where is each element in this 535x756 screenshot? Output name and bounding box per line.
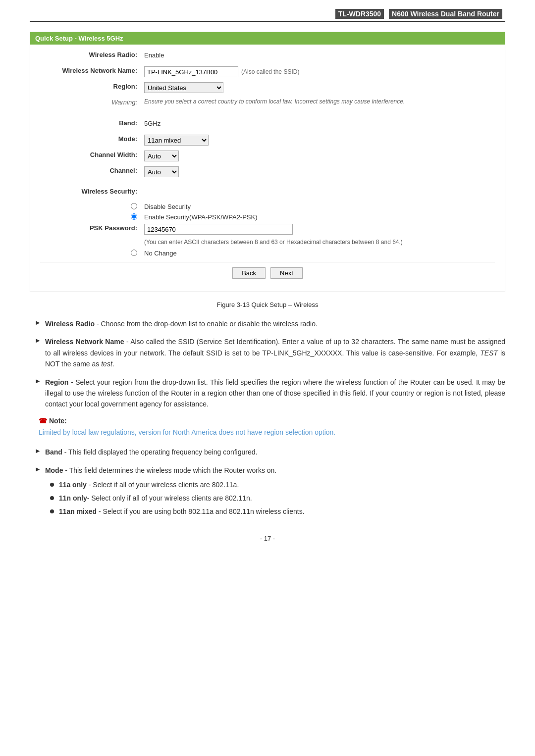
psk-password-label: PSK Password:	[40, 223, 144, 232]
bullet-arrow-5: ►	[35, 465, 41, 473]
wireless-radio-value: Enable	[144, 50, 495, 59]
wireless-radio-label: Wireless Radio:	[40, 50, 144, 58]
psk-password-controls: (You can enter ASCII characters between …	[144, 223, 495, 246]
model-subtitle: N600 Wireless Dual Band Router	[389, 9, 502, 19]
channel-select[interactable]: Auto	[144, 166, 179, 177]
model-number: TL-WDR3500	[335, 9, 384, 19]
channel-width-controls: Auto	[144, 150, 495, 161]
form-title: Quick Setup - Wireless 5GHz	[30, 32, 505, 45]
disable-security-radio-col	[40, 203, 144, 209]
bullet-mode-text: Mode - This field determines the wireles…	[45, 465, 305, 520]
sub-bullet-dot-3	[50, 509, 54, 513]
warning-label: Warning:	[40, 97, 144, 106]
disable-security-row: Disable Security	[40, 202, 495, 210]
back-button[interactable]: Back	[232, 267, 266, 279]
bullet-region: ► Region - Select your region from the d…	[30, 377, 505, 410]
disable-security-label-wrap: Disable Security	[144, 202, 191, 210]
channel-controls: Auto	[144, 165, 495, 177]
no-change-radio[interactable]	[131, 250, 137, 256]
network-name-hint: (Also called the SSID)	[241, 68, 299, 75]
sub-bullet-11n-body: - Select only if all of your wireless cl…	[87, 494, 252, 502]
bullet-wireless-radio-text: Wireless Radio - Choose from the drop-do…	[45, 318, 318, 329]
sub-bullet-11an: 11an mixed - Select if you are using bot…	[50, 506, 305, 517]
region-label: Region:	[40, 81, 144, 90]
mode-select[interactable]: 11an mixed	[144, 135, 209, 146]
bullet-nn-italic2: test	[101, 360, 112, 368]
channel-width-label: Channel Width:	[40, 150, 144, 158]
mode-row: Mode: 11an mixed	[40, 134, 495, 147]
channel-width-select[interactable]: Auto	[144, 151, 179, 161]
warning-text: Ensure you select a correct country to c…	[144, 98, 405, 105]
disable-security-label: Disable Security	[144, 202, 191, 210]
band-controls: 5GHz	[144, 118, 495, 127]
note-title-text: Note:	[49, 417, 67, 425]
sub-bullet-11a-bold: 11a only	[59, 481, 87, 489]
enable-security-radio-col	[40, 213, 144, 220]
enable-security-row: Enable Security(WPA-PSK/WPA2-PSK)	[40, 212, 495, 221]
bullet-network-name-text: Wireless Network Name - Also called the …	[45, 336, 505, 369]
sub-bullet-dot-2	[50, 496, 54, 500]
disable-security-radio[interactable]	[131, 203, 137, 209]
no-change-radio-col	[40, 250, 144, 256]
warning-row: Warning: Ensure you select a correct cou…	[40, 97, 495, 110]
bullet-region-bold: Region	[45, 378, 68, 386]
network-name-controls: (Also called the SSID)	[144, 65, 495, 77]
figure-caption: Figure 3-13 Quick Setup – Wireless	[30, 301, 505, 308]
region-select[interactable]: United States	[144, 82, 223, 93]
bullet-network-name: ► Wireless Network Name - Also called th…	[30, 336, 505, 369]
region-row: Region: United States	[40, 81, 495, 94]
bullet-band-text: Band - This field displayed the operatin…	[45, 447, 258, 457]
network-name-label: Wireless Network Name:	[40, 65, 144, 74]
channel-width-row: Channel Width: Auto	[40, 150, 495, 162]
sub-bullet-11a-text: 11a only - Select if all of your wireles…	[59, 480, 239, 490]
bullet-mode: ► Mode - This field determines the wirel…	[30, 465, 505, 520]
warning-controls: Ensure you select a correct country to c…	[144, 97, 495, 105]
note-title: ☎Note:	[39, 417, 505, 425]
sub-bullet-11an-bold: 11an mixed	[59, 507, 97, 515]
channel-label: Channel:	[40, 165, 144, 174]
button-row: Back Next	[40, 262, 495, 284]
enable-security-radio[interactable]	[131, 213, 137, 220]
sub-bullet-11a-body: - Select if all of your wireless clients…	[87, 481, 239, 489]
sub-bullet-11an-text: 11an mixed - Select if you are using bot…	[59, 506, 305, 517]
form-inner: Wireless Radio: Enable Wireless Network …	[30, 45, 505, 292]
band-row: Band: 5GHz	[40, 118, 495, 131]
region-controls: United States	[144, 81, 495, 93]
network-name-input[interactable]	[144, 66, 238, 77]
mode-label: Mode:	[40, 134, 144, 143]
bullet-nn-bold: Wireless Network Name	[45, 338, 124, 346]
psk-password-input[interactable]	[144, 224, 293, 235]
page-header: TL-WDR3500 N600 Wireless Dual Band Route…	[30, 10, 505, 22]
psk-note: (You can enter ASCII characters between …	[144, 239, 403, 246]
sub-bullet-11n-text: 11n only- Select only if all of your wir…	[59, 493, 252, 504]
bullet-nn-italic1: TEST	[480, 349, 498, 357]
next-button[interactable]: Next	[270, 267, 303, 279]
note-box: ☎Note: Limited by local law regulations,…	[39, 417, 505, 438]
bullet-arrow-2: ►	[35, 337, 41, 344]
bullet-band-body: - This field displayed the operating fre…	[62, 448, 258, 456]
sub-bullet-11n-bold: 11n only	[59, 494, 87, 502]
network-name-row: Wireless Network Name: (Also called the …	[40, 65, 495, 78]
wireless-security-header-row: Wireless Security:	[40, 186, 495, 199]
bullet-wireless-radio: ► Wireless Radio - Choose from the drop-…	[30, 318, 505, 329]
bullet-band: ► Band - This field displayed the operat…	[30, 447, 505, 457]
quick-setup-form: Quick Setup - Wireless 5GHz Wireless Rad…	[30, 32, 505, 292]
enable-security-label-wrap: Enable Security(WPA-PSK/WPA2-PSK)	[144, 212, 258, 221]
bullet-wr-bold: Wireless Radio	[45, 320, 95, 328]
sub-bullets: 11a only - Select if all of your wireles…	[45, 480, 305, 517]
channel-row: Channel: Auto	[40, 165, 495, 178]
header-model: TL-WDR3500 N600 Wireless Dual Band Route…	[335, 10, 505, 18]
bullet-arrow-4: ►	[35, 447, 41, 454]
note-icon: ☎	[39, 417, 47, 425]
bullet-wr-text: - Choose from the drop-down list to enab…	[95, 320, 318, 328]
band-value: 5GHz	[144, 119, 160, 127]
psk-password-row: PSK Password: (You can enter ASCII chara…	[40, 223, 495, 246]
wireless-security-header-label: Wireless Security:	[40, 186, 144, 195]
bullet-mode-bold: Mode	[45, 466, 63, 474]
sub-bullet-11an-body: - Select if you are using both 802.11a a…	[97, 507, 304, 515]
bullet-arrow-1: ►	[35, 319, 41, 326]
no-change-row: No Change	[40, 249, 495, 257]
bullet-region-text: Region - Select your region from the dro…	[45, 377, 505, 410]
bullet-arrow-3: ►	[35, 377, 41, 385]
mode-controls: 11an mixed	[144, 134, 495, 146]
